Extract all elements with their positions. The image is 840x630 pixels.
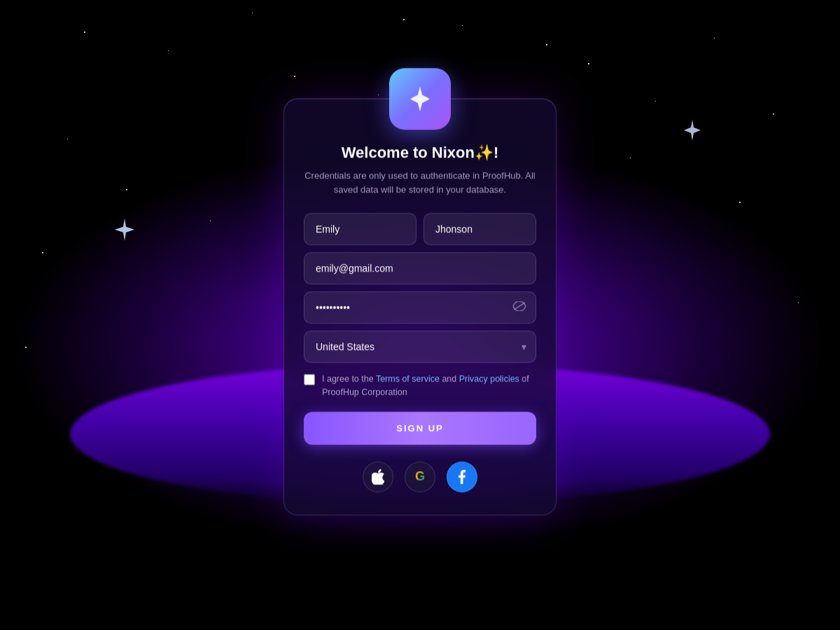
signup-card: Welcome to Nixon✨! Credentials are only … bbox=[284, 98, 556, 515]
country-select-wrapper: United States United Kingdom Canada Aust… bbox=[304, 330, 536, 363]
sparkle-right-icon bbox=[681, 119, 704, 146]
terms-text-2: and bbox=[440, 374, 459, 384]
svg-point-1 bbox=[419, 90, 421, 93]
page-title: Welcome to Nixon✨! bbox=[304, 144, 536, 162]
svg-point-0 bbox=[418, 97, 422, 101]
password-input[interactable] bbox=[304, 291, 536, 323]
sparkle-left-icon bbox=[112, 217, 137, 247]
facebook-login-button[interactable] bbox=[447, 461, 477, 492]
terms-of-service-link[interactable]: Terms of service bbox=[376, 374, 440, 384]
terms-text-1: I agree to the bbox=[322, 374, 376, 384]
google-icon: G bbox=[415, 469, 425, 484]
svg-line-5 bbox=[514, 302, 525, 309]
first-name-input[interactable] bbox=[304, 213, 416, 245]
card-content: Welcome to Nixon✨! Credentials are only … bbox=[284, 144, 556, 491]
toggle-password-icon[interactable] bbox=[512, 301, 526, 314]
email-input[interactable] bbox=[304, 252, 536, 284]
app-logo-icon bbox=[403, 82, 437, 115]
app-icon-wrapper bbox=[284, 68, 556, 130]
terms-row: I agree to the Terms of service and Priv… bbox=[304, 372, 536, 399]
last-name-input[interactable] bbox=[424, 213, 536, 245]
apple-login-button[interactable] bbox=[363, 461, 393, 492]
terms-text: I agree to the Terms of service and Priv… bbox=[322, 372, 536, 399]
svg-point-2 bbox=[426, 97, 428, 100]
facebook-icon bbox=[458, 470, 465, 484]
page-subtitle: Credentials are only used to authenticat… bbox=[304, 169, 536, 196]
social-login-row: G bbox=[304, 461, 536, 492]
apple-icon bbox=[372, 469, 384, 484]
svg-point-3 bbox=[419, 104, 421, 107]
terms-checkbox[interactable] bbox=[304, 374, 315, 385]
privacy-policies-link[interactable]: Privacy policies bbox=[459, 374, 519, 384]
password-wrapper bbox=[304, 291, 536, 323]
svg-point-4 bbox=[412, 97, 414, 100]
signup-button[interactable]: SIGN UP bbox=[304, 412, 536, 444]
name-row bbox=[304, 213, 536, 245]
app-icon bbox=[389, 68, 451, 130]
country-select[interactable]: United States United Kingdom Canada Aust… bbox=[304, 330, 536, 363]
google-login-button[interactable]: G bbox=[405, 461, 435, 492]
